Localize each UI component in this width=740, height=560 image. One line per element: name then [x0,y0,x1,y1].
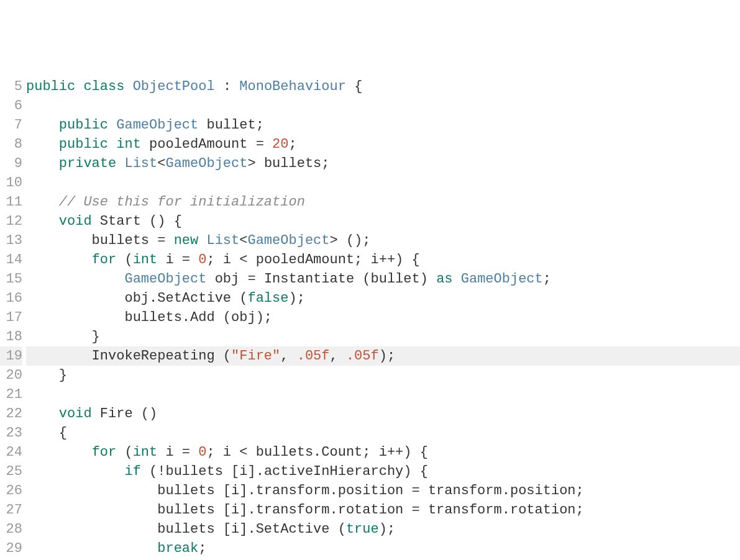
line-number: 14 [0,250,22,269]
token: GameObject [124,271,214,287]
line-number: 7 [0,115,22,135]
token: int [116,137,149,152]
code-line[interactable] [26,385,740,404]
code-line[interactable] [26,173,740,192]
code-line[interactable]: bullets.Add (obj); [26,308,740,327]
token [26,194,59,210]
token: GameObject [247,233,329,248]
code-editor: 5678910111213141516171819202122232425262… [0,77,740,560]
token: false [247,291,288,306]
line-number: 15 [0,269,22,289]
token: .05f [346,348,379,364]
token [26,445,92,460]
token: int [133,252,166,268]
token: // Use this for initialization [59,194,305,210]
code-line[interactable]: if (!bullets [i].activeInHierarchy) { [26,462,740,481]
code-line[interactable]: InvokeRepeating ("Fire", .05f, .05f); [26,346,740,366]
line-number: 12 [0,212,22,231]
code-line[interactable]: public int pooledAmount = 20; [26,135,740,154]
code-line[interactable]: for (int i = 0; i < bullets.Count; i++) … [26,443,740,462]
token: ; i < pooledAmount; i++) { [206,252,419,268]
token: ; [543,271,551,287]
line-number: 21 [0,385,22,404]
line-number: 23 [0,423,22,443]
token: private [59,156,125,171]
token: < [239,233,247,248]
token: class [83,79,132,94]
line-number: 20 [0,366,22,385]
token: obj.SetActive ( [26,291,247,306]
token: public [26,79,83,94]
token: .05f [297,348,330,364]
token: } [26,368,67,383]
code-line[interactable]: public GameObject bullet; [26,115,740,135]
code-line[interactable]: } [26,327,740,346]
code-line[interactable]: obj.SetActive (false); [26,289,740,308]
token: break [157,541,198,556]
token: for [92,252,125,268]
code-line[interactable]: } [26,366,740,385]
code-line[interactable]: { [26,423,740,443]
token: bullets [i].transform.position = transfo… [26,483,584,499]
token: InvokeRepeating ( [26,348,231,364]
code-line[interactable]: bullets [i].transform.position = transfo… [26,481,740,500]
code-line[interactable]: private List<GameObject> bullets; [26,154,740,173]
token: bullet; [206,117,263,133]
token: public [59,137,116,152]
code-line[interactable]: public class ObjectPool : MonoBehaviour … [26,77,740,96]
token: List [206,233,239,248]
code-line[interactable] [26,96,740,115]
line-number: 9 [0,154,22,173]
token: < [157,156,165,171]
token: GameObject [461,271,543,287]
token: ); [379,348,395,364]
token: Fire () [100,406,157,422]
code-line[interactable]: void Fire () [26,404,740,423]
code-line[interactable]: bullets [i].transform.rotation = transfo… [26,500,740,520]
code-content[interactable]: public class ObjectPool : MonoBehaviour … [26,77,740,560]
line-number: 5 [0,77,22,96]
code-line[interactable]: GameObject obj = Instantiate (bullet) as… [26,269,740,289]
token: 0 [198,252,206,268]
token: GameObject [116,117,206,133]
token: , [280,348,296,364]
token: GameObject [165,156,247,171]
token: obj = Instantiate (bullet) [215,271,436,287]
token: } [26,329,100,345]
token [26,117,59,133]
token: i = [165,445,198,460]
token: (!bullets [i].activeInHierarchy) { [149,464,428,479]
code-line[interactable]: bullets [i].SetActive (true); [26,520,740,539]
token: ( [124,252,132,268]
token: int [133,445,166,460]
code-line[interactable]: void Start () { [26,212,740,231]
code-line[interactable]: break; [26,539,740,558]
token: bullets [i].SetActive ( [26,522,346,537]
token: > bullets; [247,156,329,171]
token: ; i < bullets.Count; i++) { [206,445,427,460]
token [26,214,59,229]
token: "Fire" [231,348,280,364]
line-number: 28 [0,520,22,539]
token [26,252,92,268]
line-number: 26 [0,481,22,500]
token: bullets.Add (obj); [26,310,272,325]
token: Start () { [100,214,182,229]
line-number: 11 [0,192,22,212]
line-number: 24 [0,443,22,462]
token: { [26,425,67,441]
line-number: 6 [0,96,22,115]
token: 20 [272,137,288,152]
token: , [330,348,346,364]
token: void [59,214,100,229]
line-number: 22 [0,404,22,423]
token [26,156,59,171]
token: > (); [330,233,371,248]
code-line[interactable]: for (int i = 0; i < pooledAmount; i++) { [26,250,740,269]
code-line[interactable]: // Use this for initialization [26,192,740,212]
code-line[interactable]: bullets = new List<GameObject> (); [26,231,740,250]
token: ; [289,137,297,152]
line-number: 16 [0,289,22,308]
line-number: 8 [0,135,22,154]
token: bullets = [26,233,174,248]
